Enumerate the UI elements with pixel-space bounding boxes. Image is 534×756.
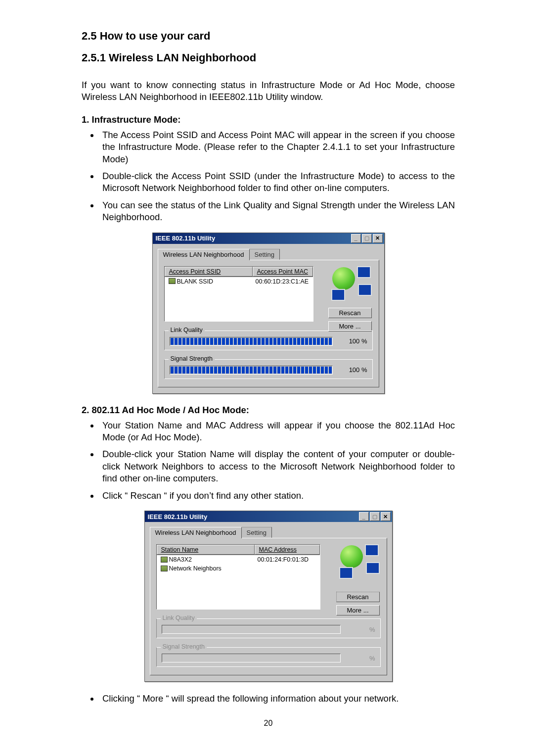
- monitor-icon: [365, 544, 379, 556]
- more-button[interactable]: More ...: [336, 605, 380, 615]
- infra-bullet-list: The Access Point SSID and Access Point M…: [82, 129, 455, 224]
- tab-setting[interactable]: Setting: [249, 249, 280, 260]
- station-listbox[interactable]: Station Name MAC Address N8A3X2 00:01:24…: [156, 544, 320, 610]
- table-row[interactable]: BLANK SSID 00:60:1D:23:C1:AE: [165, 277, 313, 286]
- network-graphic-icon: [330, 266, 372, 301]
- window-titlebar: IEEE 802.11b Utility _ ▢ ✕: [145, 511, 392, 522]
- link-quality-group: Link Quality %: [156, 618, 381, 638]
- intro-paragraph: If you want to know connecting status in…: [82, 79, 455, 103]
- window-title: IEEE 802.11b Utility: [148, 513, 208, 520]
- tab-panel: Access Point SSID Access Point MAC BLANK…: [158, 260, 379, 387]
- adhoc-mode-heading: 2. 802.11 Ad Hoc Mode / Ad Hoc Mode:: [82, 405, 455, 416]
- monitor-icon: [357, 266, 371, 278]
- list-item: Double-click your Station Name will disp…: [99, 448, 455, 484]
- link-quality-group: Link Quality 100 %: [164, 331, 373, 350]
- infra-mode-heading: 1. Infrastructure Mode:: [82, 114, 455, 125]
- table-row[interactable]: Network Neighbors: [157, 564, 320, 573]
- signal-strength-label: Signal Strength: [169, 355, 215, 362]
- network-card-icon: [161, 566, 168, 571]
- monitor-icon: [339, 567, 353, 579]
- document-page: 2.5 How to use your card 2.5.1 Wireless …: [0, 0, 534, 748]
- tab-panel: Station Name MAC Address N8A3X2 00:01:24…: [150, 538, 387, 675]
- monitor-icon: [366, 562, 380, 574]
- signal-strength-group: Signal Strength %: [156, 647, 381, 667]
- cell-ssid: BLANK SSID: [177, 278, 214, 285]
- list-item: Clicking “ More “ will spread the follow…: [99, 693, 455, 705]
- close-button[interactable]: ✕: [373, 234, 383, 243]
- minimize-button[interactable]: _: [359, 512, 369, 521]
- screenshot-adhoc: IEEE 802.11b Utility _ ▢ ✕ Wireless LAN …: [82, 511, 455, 682]
- list-item: Double-click the Access Point SSID (unde…: [99, 170, 455, 194]
- signal-strength-value: 100 %: [338, 366, 367, 374]
- window-titlebar: IEEE 802.11b Utility _ ▢ ✕: [153, 233, 384, 244]
- utility-window: IEEE 802.11b Utility _ ▢ ✕ Wireless LAN …: [144, 511, 393, 682]
- page-number: 20: [82, 719, 455, 728]
- rescan-button[interactable]: Rescan: [336, 592, 380, 602]
- monitor-icon: [331, 289, 345, 301]
- link-quality-bar: [170, 337, 333, 346]
- link-quality-label: Link Quality: [161, 614, 197, 621]
- table-row[interactable]: N8A3X2 00:01:24:F0:01:3D: [157, 555, 320, 564]
- monitor-icon: [358, 284, 372, 296]
- network-card-icon: [161, 557, 168, 563]
- close-button[interactable]: ✕: [381, 512, 391, 521]
- signal-strength-value: %: [346, 655, 375, 662]
- tab-neighborhood[interactable]: Wireless LAN Neighborhood: [158, 249, 250, 260]
- signal-strength-group: Signal Strength 100 %: [164, 359, 373, 379]
- link-quality-value: 100 %: [338, 337, 367, 345]
- screenshot-infra: IEEE 802.11b Utility _ ▢ ✕ Wireless LAN …: [82, 233, 455, 394]
- utility-window: IEEE 802.11b Utility _ ▢ ✕ Wireless LAN …: [152, 233, 385, 394]
- adhoc-bullet-list: Your Station Name and MAC Address will a…: [82, 420, 455, 502]
- list-item: Your Station Name and MAC Address will a…: [99, 420, 455, 444]
- column-header-mac[interactable]: Access Point MAC: [253, 267, 313, 277]
- column-header-mac[interactable]: MAC Address: [255, 545, 320, 555]
- more-button[interactable]: More ...: [328, 321, 372, 331]
- cell-mac: 00:01:24:F0:01:3D: [254, 556, 320, 564]
- closing-bullet-list: Clicking “ More “ will spread the follow…: [82, 693, 455, 705]
- signal-strength-label: Signal Strength: [161, 643, 207, 650]
- link-quality-bar: [162, 625, 341, 634]
- cell-mac: 00:60:1D:23:C1:AE: [252, 278, 313, 285]
- network-graphic-icon: [338, 544, 380, 579]
- link-quality-label: Link Quality: [169, 327, 205, 333]
- tab-setting[interactable]: Setting: [241, 527, 272, 538]
- signal-strength-bar: [162, 654, 341, 662]
- rescan-button[interactable]: Rescan: [328, 308, 372, 318]
- window-title: IEEE 802.11b Utility: [156, 235, 216, 242]
- subsection-heading: 2.5.1 Wireless LAN Neighborhood: [82, 51, 455, 64]
- cell-station: Network Neighbors: [169, 565, 222, 572]
- list-item: Click “ Rescan “ if you don’t find any o…: [99, 490, 455, 502]
- maximize-button[interactable]: ▢: [362, 234, 372, 243]
- ap-listbox[interactable]: Access Point SSID Access Point MAC BLANK…: [164, 266, 313, 322]
- section-heading: 2.5 How to use your card: [82, 30, 455, 43]
- minimize-button[interactable]: _: [351, 234, 361, 243]
- cell-mac: [254, 565, 320, 572]
- network-card-icon: [169, 278, 176, 284]
- cell-station: N8A3X2: [169, 556, 192, 563]
- column-header-station[interactable]: Station Name: [157, 545, 255, 555]
- list-item: The Access Point SSID and Access Point M…: [99, 129, 455, 165]
- maximize-button[interactable]: ▢: [370, 512, 380, 521]
- signal-strength-bar: [170, 366, 333, 375]
- column-header-ssid[interactable]: Access Point SSID: [165, 267, 253, 277]
- tab-neighborhood[interactable]: Wireless LAN Neighborhood: [150, 527, 242, 538]
- list-item: You can see the status of the Link Quali…: [99, 199, 455, 224]
- link-quality-value: %: [346, 626, 375, 633]
